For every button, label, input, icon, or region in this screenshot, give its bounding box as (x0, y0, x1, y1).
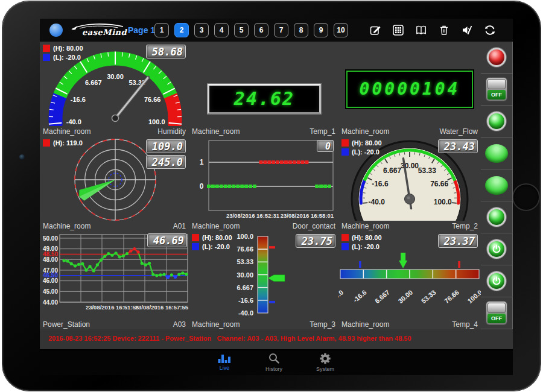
side-cell-2-switch: OFF (481, 74, 512, 106)
svg-text:23/08/2016 16:51:55: 23/08/2016 16:51:55 (86, 304, 139, 311)
low-limit-swatch (43, 54, 50, 61)
green-indicator-light (487, 207, 506, 227)
side-cell-6-light (481, 201, 512, 233)
channel-name: Humidity (157, 127, 186, 136)
book-icon[interactable] (415, 24, 427, 36)
mute-icon[interactable] (461, 24, 473, 36)
page-button-2[interactable]: 2 (174, 23, 189, 37)
green-push-button[interactable] (485, 144, 508, 163)
low-limit-label: (L): -20.0 (202, 243, 230, 250)
channel-name: Door_contact (293, 222, 335, 230)
home-button[interactable] (512, 183, 540, 211)
page-button-6[interactable]: 6 (254, 23, 268, 37)
tab-history[interactable]: History (256, 353, 292, 372)
svg-text:76.66: 76.66 (443, 288, 460, 305)
power-button[interactable] (487, 271, 506, 291)
limits-legend: (H): 80.00 (L): -20.0 (341, 234, 382, 252)
lcd-display: 24.62 (208, 84, 321, 114)
device-name: Machine_room (43, 222, 91, 230)
device-name: Machine_room (192, 320, 240, 329)
high-limit-label: (H): 80.00 (53, 45, 83, 52)
page-button-1[interactable]: 1 (154, 23, 169, 37)
channel-name: Temp_2 (452, 222, 478, 230)
high-limit-swatch (43, 139, 50, 147)
svg-text:76.66: 76.66 (430, 180, 448, 188)
widget-humidity-gauge[interactable]: (H): 80.00 (L): -20.0 58.68 -40.0-16.66.… (40, 42, 189, 137)
widget-temp2-gauge[interactable]: (H): 80.00 (L): -20.0 23.43 -40.0-16.66.… (338, 136, 481, 232)
limits-legend: (H): 80.00 (L): -20.0 (43, 45, 83, 63)
svg-text:-40.0: -40.0 (66, 118, 81, 125)
logo-text: easeMind (82, 28, 128, 37)
widget-a03-trend-chart[interactable]: 46.69 50.0049.0048.5048.0047.0046.5046.0… (40, 231, 189, 330)
keypad-icon[interactable] (392, 24, 404, 36)
bottom-nav: Live History System (40, 349, 513, 375)
limits-legend: (H): 80.00 (L): -20.0 (341, 139, 382, 157)
red-indicator-light (487, 48, 506, 67)
svg-text:23/08/2016 16:52:31: 23/08/2016 16:52:31 (226, 212, 280, 219)
value-display-bottom: 245.0 (146, 155, 186, 169)
widget-door-contact-chart[interactable]: 0 1023/08/2016 16:52:3123/08/2016 16:58:… (189, 136, 339, 232)
tab-label: History (256, 366, 292, 372)
svg-text:100.0: 100.0 (466, 288, 481, 305)
svg-text:-40.0: -40.0 (238, 309, 253, 317)
widget-waterflow-counter[interactable]: 00000104 Machine_roomWater_Flow (338, 42, 481, 137)
edit-icon[interactable] (369, 24, 381, 36)
page-buttons: 12345678910 (154, 23, 354, 37)
tab-system[interactable]: System (307, 353, 343, 372)
power-button[interactable] (487, 239, 506, 259)
logo-swoosh-icon: easeMind (68, 21, 134, 39)
high-limit-label: (H): 119.0 (53, 139, 83, 147)
screenshot: easeMind Page 1 12345678910 (0, 0, 543, 392)
value-display: 23.75 (296, 234, 335, 248)
refresh-icon[interactable] (484, 24, 496, 36)
svg-text:48.00: 48.00 (43, 256, 58, 263)
tab-live[interactable]: Live (206, 353, 243, 371)
toggle-switch-off[interactable]: OFF (486, 78, 507, 101)
svg-text:-40.0: -40.0 (369, 198, 386, 206)
widget-temp3-vertical-bar[interactable]: (H): 80.00 (L): -20.0 23.75 100.076.6653… (189, 231, 339, 330)
side-cell-5-button (481, 169, 512, 201)
device-name: Power_Station (43, 320, 90, 329)
green-push-button[interactable] (485, 176, 508, 195)
alarm-bar[interactable]: 2016-08-23 16:52:25 Device: 222111 - Pow… (40, 329, 513, 349)
high-limit-label: (H): 80.00 (202, 234, 232, 241)
page-button-4[interactable]: 4 (214, 23, 229, 37)
side-cell-4-button (481, 138, 512, 169)
page-button-5[interactable]: 5 (234, 23, 249, 37)
switch-lever (487, 79, 506, 89)
low-limit-label: (L): -20.0 (53, 54, 81, 61)
live-bars-icon (218, 353, 231, 363)
svg-text:23/08/2016 16:57:55: 23/08/2016 16:57:55 (135, 304, 189, 311)
status-circle-button[interactable] (49, 24, 63, 37)
widget-a01-radar[interactable]: (H): 119.0 109.0 245.0 Machine_roomA01 (40, 136, 189, 232)
widget-temp4-horizontal-bar[interactable]: (H): 80.00 (L): -20.0 23.37 -40.0-16.66.… (338, 231, 481, 330)
toggle-switch-off[interactable]: OFF (486, 302, 507, 324)
page-button-8[interactable]: 8 (294, 23, 308, 37)
camera-dot (19, 154, 25, 160)
high-limit-label: (H): 80.00 (352, 139, 382, 147)
svg-text:76.66: 76.66 (237, 245, 253, 253)
low-limit-label: (L): -20.0 (352, 243, 379, 250)
svg-text:0: 0 (200, 182, 204, 191)
green-indicator-light (487, 112, 506, 131)
app-screen: easeMind Page 1 12345678910 (40, 19, 513, 375)
svg-text:53.33: 53.33 (418, 166, 436, 175)
svg-text:23/08/2016 16:58:01: 23/08/2016 16:58:01 (281, 212, 334, 219)
channel-name: A03 (173, 320, 186, 329)
channel-name: Temp_4 (452, 320, 478, 329)
low-limit-swatch (341, 243, 349, 250)
power-icon (492, 276, 501, 286)
value-display: 46.69 (147, 233, 187, 247)
page-button-7[interactable]: 7 (274, 23, 288, 37)
page-button-9[interactable]: 9 (314, 23, 328, 37)
limits-legend: (H): 119.0 (43, 139, 83, 148)
switch-state-label: OFF (487, 314, 506, 323)
trash-icon[interactable] (438, 24, 450, 36)
widget-temp1-lcd[interactable]: 24.62 Machine_roomTemp_1 (189, 42, 339, 137)
value-display: 23.37 (438, 234, 478, 248)
page-button-10[interactable]: 10 (334, 23, 348, 37)
high-limit-swatch (43, 45, 50, 52)
side-cell-3-light (481, 106, 512, 138)
counter-display: 00000104 (346, 71, 473, 108)
page-button-3[interactable]: 3 (194, 23, 209, 37)
